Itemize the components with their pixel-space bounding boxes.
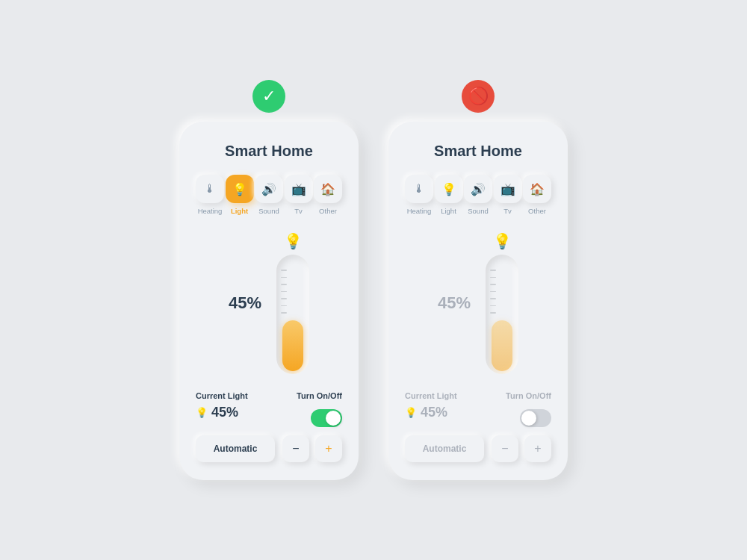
right-tabs-row: 🌡 Heating 💡 Light 🔊 Sound 📺 Tv 🏠 (405, 175, 551, 215)
left-light-icon-box: 💡 (226, 175, 254, 203)
left-toggle-switch[interactable] (311, 409, 342, 427)
left-automatic-button[interactable]: Automatic (196, 435, 275, 462)
right-automatic-button[interactable]: Automatic (405, 435, 484, 462)
left-bottom-info: Current Light Turn On/Off 💡 45% Automati… (196, 391, 342, 462)
right-status-icon: 🚫 (462, 80, 495, 113)
left-tab-sound[interactable]: 🔊 Sound (255, 175, 283, 215)
right-slider-container: 💡 (486, 232, 518, 374)
right-toggle-switch[interactable] (520, 409, 551, 427)
left-slider-area: 45% 💡 (196, 228, 342, 378)
right-heating-icon-box: 🌡 (405, 175, 433, 203)
left-card-title: Smart Home (196, 143, 342, 160)
left-tick-marks (281, 270, 287, 314)
right-heating-label: Heating (407, 207, 432, 215)
right-percentage: 45% (438, 293, 471, 313)
right-tab-light[interactable]: 💡 Light (435, 175, 463, 215)
right-tab-sound[interactable]: 🔊 Sound (464, 175, 492, 215)
left-toggle-knob (326, 411, 341, 426)
left-tv-icon-box: 📺 (285, 175, 313, 203)
left-bulb-small-icon: 💡 (196, 407, 208, 418)
right-slider-track[interactable] (486, 255, 518, 374)
right-info-value: 45% (421, 405, 447, 420)
right-tick-marks (490, 270, 496, 314)
main-container: ✓ Smart Home 🌡 Heating 💡 Light 🔊 Sound (164, 65, 583, 495)
left-phone-wrapper: ✓ Smart Home 🌡 Heating 💡 Light 🔊 Sound (179, 80, 359, 480)
left-value-toggle-row: 💡 45% (196, 405, 342, 431)
left-tab-tv[interactable]: 📺 Tv (285, 175, 313, 215)
right-toggle-knob (521, 411, 536, 426)
right-info-row: Current Light Turn On/Off (405, 391, 551, 400)
rtick-3 (490, 284, 496, 285)
left-current-light-label: Current Light (196, 391, 248, 400)
rtick-6 (490, 305, 496, 307)
tick-7 (281, 312, 287, 314)
left-info-row: Current Light Turn On/Off (196, 391, 342, 400)
right-btn-group: − + (492, 435, 551, 462)
right-minus-button[interactable]: − (492, 435, 518, 462)
left-phone-card: Smart Home 🌡 Heating 💡 Light 🔊 Sound 📺 (179, 122, 359, 480)
right-turn-on-off-label: Turn On/Off (506, 391, 551, 400)
left-tabs-row: 🌡 Heating 💡 Light 🔊 Sound 📺 Tv 🏠 (196, 175, 342, 215)
left-light-label: Light (231, 207, 248, 215)
right-current-light-label: Current Light (405, 391, 457, 400)
right-tv-label: Tv (503, 207, 512, 215)
left-turn-on-off-label: Turn On/Off (297, 391, 342, 400)
left-plus-button[interactable]: + (315, 435, 342, 462)
left-minus-button[interactable]: − (282, 435, 309, 462)
right-sound-icon-box: 🔊 (464, 175, 492, 203)
left-sound-label: Sound (258, 207, 279, 215)
left-slider-fill (282, 320, 303, 371)
right-bulb-icon: 💡 (493, 232, 512, 250)
right-sound-label: Sound (468, 207, 488, 215)
left-heating-icon-box: 🌡 (196, 175, 224, 203)
right-plus-button[interactable]: + (524, 435, 551, 462)
rtick-7 (490, 312, 496, 314)
left-value-row: 💡 45% (196, 405, 238, 420)
right-buttons-row: Automatic − + (405, 435, 551, 462)
right-light-icon-box: 💡 (435, 175, 463, 203)
left-slider-container: 💡 (276, 232, 309, 374)
right-phone-card: Smart Home 🌡 Heating 💡 Light 🔊 Sound 📺 (388, 122, 568, 480)
right-other-icon-box: 🏠 (523, 175, 551, 203)
right-value-row: 💡 45% (405, 405, 447, 420)
left-btn-group: − + (282, 435, 342, 462)
left-percentage: 45% (229, 293, 261, 313)
left-sound-icon-box: 🔊 (255, 175, 283, 203)
left-tab-heating[interactable]: 🌡 Heating (196, 175, 224, 215)
right-slider-fill (492, 320, 512, 371)
tick-3 (281, 284, 287, 285)
right-tab-other[interactable]: 🏠 Other (523, 175, 551, 215)
left-tab-light[interactable]: 💡 Light (226, 175, 254, 215)
right-light-label: Light (441, 207, 456, 215)
right-tab-tv[interactable]: 📺 Tv (494, 175, 522, 215)
left-other-icon-box: 🏠 (314, 175, 342, 203)
left-heating-label: Heating (198, 207, 223, 215)
tick-2 (281, 277, 287, 279)
tick-4 (281, 291, 287, 293)
right-tv-icon-box: 📺 (494, 175, 522, 203)
left-status-icon: ✓ (252, 80, 285, 113)
rtick-4 (490, 291, 496, 293)
rtick-2 (490, 277, 496, 279)
tick-5 (281, 298, 287, 299)
right-other-label: Other (528, 207, 546, 215)
rtick-5 (490, 298, 496, 299)
left-tv-label: Tv (294, 207, 303, 215)
left-buttons-row: Automatic − + (196, 435, 342, 462)
right-bottom-info: Current Light Turn On/Off 💡 45% Automati… (405, 391, 551, 462)
tick-6 (281, 305, 287, 307)
rtick-1 (490, 270, 496, 271)
left-info-value: 45% (211, 405, 238, 420)
right-phone-wrapper: 🚫 Smart Home 🌡 Heating 💡 Light 🔊 Sound (388, 80, 568, 480)
tick-1 (281, 270, 287, 271)
right-value-toggle-row: 💡 45% (405, 405, 551, 431)
left-bulb-icon: 💡 (284, 232, 303, 250)
left-slider-track[interactable] (276, 255, 309, 374)
right-tab-heating[interactable]: 🌡 Heating (405, 175, 433, 215)
right-slider-area: 45% 💡 (405, 228, 551, 378)
left-other-label: Other (319, 207, 337, 215)
right-card-title: Smart Home (405, 143, 551, 160)
right-bulb-small-icon: 💡 (405, 407, 417, 418)
left-tab-other[interactable]: 🏠 Other (314, 175, 342, 215)
